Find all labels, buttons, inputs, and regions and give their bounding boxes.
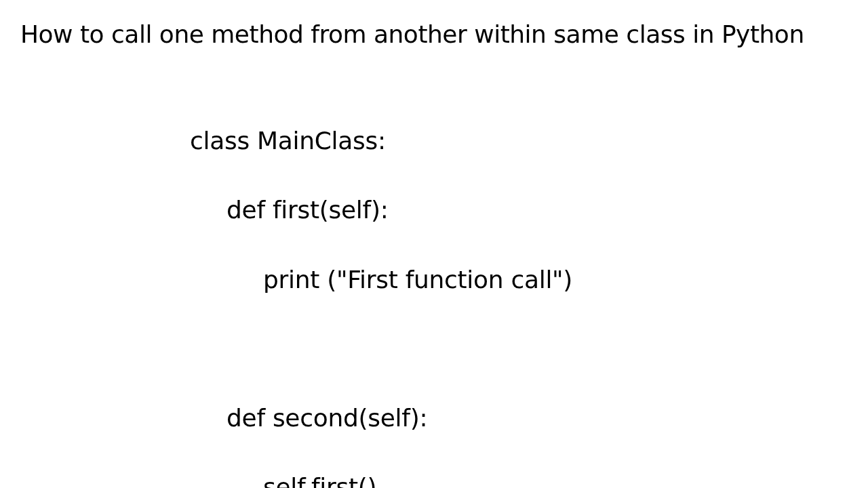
page-title: How to call one method from another with… — [0, 0, 868, 48]
code-line: class MainClass: — [190, 123, 868, 158]
code-line: print ("First function call") — [190, 262, 868, 297]
code-line: self.first() — [190, 470, 868, 488]
code-line: def first(self): — [190, 192, 868, 227]
code-line: def second(self): — [190, 401, 868, 435]
blank-line — [190, 331, 868, 366]
code-example: class MainClass: def first(self): print … — [0, 48, 868, 488]
